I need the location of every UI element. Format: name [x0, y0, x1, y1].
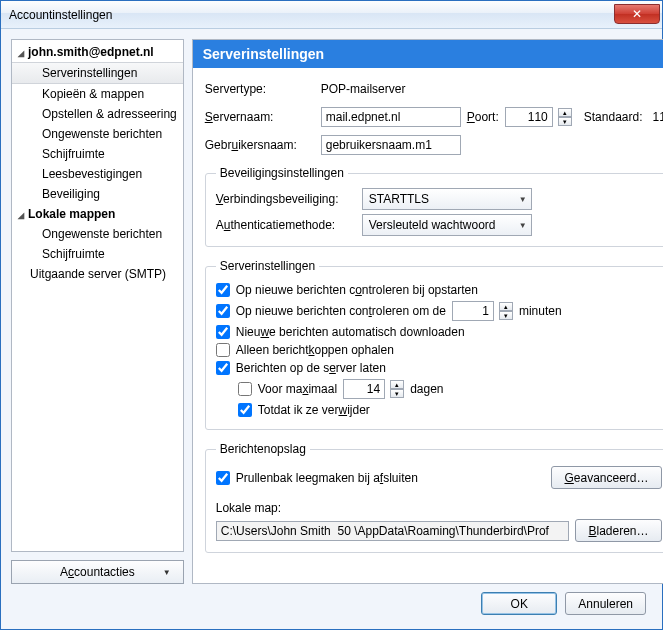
local-dir-label: Lokale map:: [216, 501, 281, 515]
empty-trash-checkbox[interactable]: [216, 471, 230, 485]
check-startup-label: Op nieuwe berichten controleren bij opst…: [236, 283, 478, 297]
row-auth-method: Authenticatiemethode: Versleuteld wachtw…: [216, 214, 662, 236]
security-legend: Beveiligingsinstellingen: [216, 166, 348, 180]
cancel-button[interactable]: Annuleren: [565, 592, 646, 615]
spin-down-icon[interactable]: ▾: [390, 389, 404, 398]
row-auto-download: Nieuwe berichten automatisch downloaden: [216, 323, 662, 341]
check-every-input[interactable]: [452, 301, 494, 321]
row-empty-trash: Prullenbak leegmaken bij afsluiten Geava…: [216, 464, 662, 491]
chevron-down-icon: ▼: [163, 568, 171, 577]
until-delete-label: Totdat ik ze verwijder: [258, 403, 370, 417]
dialog-footer: OK Annuleren: [11, 592, 652, 619]
server-settings-legend: Serverinstellingen: [216, 259, 319, 273]
tree-item-outgoing-smtp[interactable]: Uitgaande server (SMTP): [12, 264, 183, 284]
auto-download-label: Nieuwe berichten automatisch downloaden: [236, 325, 465, 339]
spin-up-icon[interactable]: ▴: [390, 380, 404, 389]
row-leave-server: Berichten op de server laten: [216, 359, 662, 377]
spin-down-icon[interactable]: ▾: [499, 311, 513, 320]
tree-item-copies-folders[interactable]: Kopieën & mappen: [12, 84, 183, 104]
account-actions-label: Accountacties: [60, 565, 135, 579]
auto-download-checkbox[interactable]: [216, 325, 230, 339]
server-type-label: Servertype:: [205, 82, 315, 96]
spin-up-icon[interactable]: ▴: [558, 108, 572, 117]
tree-item-return-receipts[interactable]: Leesbevestigingen: [12, 164, 183, 184]
leave-server-label: Berichten op de server laten: [236, 361, 386, 375]
port-input[interactable]: [505, 107, 553, 127]
check-every-pre: Op nieuwe berichten controleren om de: [236, 304, 446, 318]
spin-up-icon[interactable]: ▴: [499, 302, 513, 311]
connection-security-combo[interactable]: STARTTLS ▼: [362, 188, 532, 210]
for-max-pre: Voor maximaal: [258, 382, 337, 396]
row-check-startup: Op nieuwe berichten controleren bij opst…: [216, 281, 662, 299]
advanced-button[interactable]: Geavanceerd…: [551, 466, 661, 489]
row-local-dir: Bladeren…: [216, 519, 662, 542]
sidebar: john.smith@edpnet.nl Serverinstellingen …: [11, 39, 184, 584]
security-fieldset: Beveiligingsinstellingen Verbindingsbeve…: [205, 166, 663, 247]
storage-legend: Berichtenopslag: [216, 442, 310, 456]
connection-security-value: STARTTLS: [369, 192, 429, 206]
auth-method-value: Versleuteld wachtwoord: [369, 218, 496, 232]
server-settings-fieldset: Serverinstellingen Op nieuwe berichten c…: [205, 259, 663, 430]
tree-item-junk[interactable]: Ongewenste berichten: [12, 124, 183, 144]
row-username: Gebruikersnaam:: [205, 134, 663, 156]
row-for-max: Voor maximaal ▴▾ dagen: [216, 377, 662, 401]
account-actions-button[interactable]: Accountacties ▼: [11, 560, 184, 584]
for-max-checkbox[interactable]: [238, 382, 252, 396]
default-port-value: 110: [653, 110, 664, 124]
storage-fieldset: Berichtenopslag Prullenbak leegmaken bij…: [205, 442, 663, 553]
check-startup-checkbox[interactable]: [216, 283, 230, 297]
row-server-name: Servernaam: Poort: ▴▾ Standaard: 110: [205, 106, 663, 128]
check-every-post: minuten: [519, 304, 562, 318]
row-until-delete: Totdat ik ze verwijder: [216, 401, 662, 419]
connection-security-label: Verbindingsbeveiliging:: [216, 192, 356, 206]
headers-only-checkbox[interactable]: [216, 343, 230, 357]
tree-local-root[interactable]: Lokale mappen: [12, 204, 183, 224]
settings-window: Accountinstellingen ✕ john.smith@edpnet.…: [0, 0, 663, 630]
tree-item-disk-space[interactable]: Schijfruimte: [12, 144, 183, 164]
server-name-label: Servernaam:: [205, 110, 315, 124]
server-type-value: POP-mailserver: [321, 82, 406, 96]
row-check-every: Op nieuwe berichten controleren om de ▴▾…: [216, 299, 662, 323]
ok-button[interactable]: OK: [481, 592, 557, 615]
body: john.smith@edpnet.nl Serverinstellingen …: [1, 29, 662, 629]
window-title: Accountinstellingen: [9, 8, 614, 22]
row-server-type: Servertype: POP-mailserver: [205, 78, 663, 100]
check-every-checkbox[interactable]: [216, 304, 230, 318]
server-name-input[interactable]: [321, 107, 461, 127]
auth-method-label: Authenticatiemethode:: [216, 218, 356, 232]
username-input[interactable]: [321, 135, 461, 155]
tree-account-root[interactable]: john.smith@edpnet.nl: [12, 42, 183, 62]
close-button[interactable]: ✕: [614, 4, 660, 24]
chevron-down-icon: ▼: [519, 195, 527, 204]
main: john.smith@edpnet.nl Serverinstellingen …: [11, 39, 652, 584]
row-headers-only: Alleen berichtkoppen ophalen: [216, 341, 662, 359]
empty-trash-label: Prullenbak leegmaken bij afsluiten: [236, 471, 418, 485]
port-spinner[interactable]: ▴▾: [558, 108, 572, 126]
tree-item-local-junk[interactable]: Ongewenste berichten: [12, 224, 183, 244]
tree-item-server-settings[interactable]: Serverinstellingen: [12, 62, 183, 84]
check-every-spinner[interactable]: ▴▾: [499, 302, 513, 320]
content-body: Servertype: POP-mailserver Servernaam: P…: [193, 68, 663, 565]
tree-item-compose-addressing[interactable]: Opstellen & adresseering: [12, 104, 183, 124]
default-port-label: Standaard:: [584, 110, 643, 124]
local-dir-input[interactable]: [216, 521, 570, 541]
tree-item-local-disk[interactable]: Schijfruimte: [12, 244, 183, 264]
chevron-down-icon: ▼: [519, 221, 527, 230]
row-local-dir-label: Lokale map:: [216, 497, 662, 519]
titlebar: Accountinstellingen ✕: [1, 1, 662, 29]
close-icon: ✕: [632, 7, 642, 21]
content-panel: Serverinstellingen Servertype: POP-mails…: [192, 39, 663, 584]
for-max-post: dagen: [410, 382, 443, 396]
until-delete-checkbox[interactable]: [238, 403, 252, 417]
headers-only-label: Alleen berichtkoppen ophalen: [236, 343, 394, 357]
account-tree[interactable]: john.smith@edpnet.nl Serverinstellingen …: [11, 39, 184, 552]
for-max-input[interactable]: [343, 379, 385, 399]
auth-method-combo[interactable]: Versleuteld wachtwoord ▼: [362, 214, 532, 236]
for-max-spinner[interactable]: ▴▾: [390, 380, 404, 398]
tree-item-security[interactable]: Beveiliging: [12, 184, 183, 204]
spin-down-icon[interactable]: ▾: [558, 117, 572, 126]
browse-button[interactable]: Bladeren…: [575, 519, 661, 542]
leave-server-checkbox[interactable]: [216, 361, 230, 375]
username-label: Gebruikersnaam:: [205, 138, 315, 152]
port-label: Poort:: [467, 110, 499, 124]
